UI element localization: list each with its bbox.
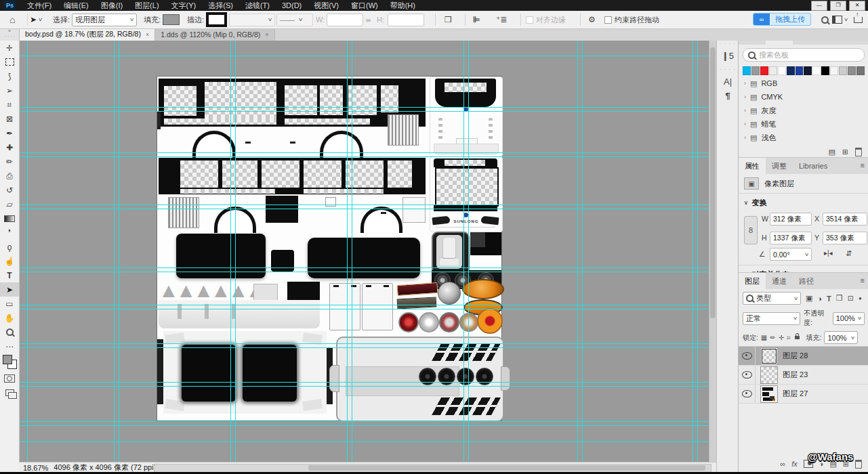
guide-vertical[interactable] (27, 41, 28, 462)
home-icon[interactable]: ⌂ (5, 14, 19, 25)
stroke-type-dropdown[interactable]: ——∨ (276, 14, 313, 26)
y-input[interactable]: 353 像素 (823, 232, 867, 244)
filter-toggle-icon[interactable]: ● (859, 295, 862, 301)
swatch[interactable] (812, 66, 821, 75)
align-edges-checkbox[interactable] (526, 16, 533, 24)
layer-row-23[interactable]: 图层 23 (739, 366, 868, 385)
constrain-link-icon[interactable]: 8 (744, 216, 758, 244)
guide-horizontal[interactable] (19, 156, 716, 157)
menu-help[interactable]: 帮助(H) (384, 0, 421, 11)
minimize-button[interactable]: — (811, 1, 827, 11)
guide-horizontal[interactable] (19, 111, 716, 112)
x-input[interactable]: 3514 像素 (823, 213, 867, 225)
restore-button[interactable]: ❐ (830, 1, 846, 11)
menu-window[interactable]: 窗口(W) (345, 0, 384, 11)
foreground-background-swatches[interactable] (0, 353, 19, 371)
guide-vertical[interactable] (119, 41, 119, 462)
flip-vertical-icon[interactable]: ⇵ (846, 249, 852, 258)
share-icon[interactable] (854, 17, 863, 23)
guide-horizontal[interactable] (19, 305, 716, 305)
guide-vertical[interactable] (347, 41, 348, 462)
vertical-scrollbar-thumb[interactable] (710, 47, 716, 318)
guide-horizontal[interactable] (19, 425, 716, 426)
filter-pixel-icon[interactable]: ▣ (806, 294, 812, 303)
guide-vertical[interactable] (235, 41, 236, 462)
lock-position-icon[interactable]: ✛ (779, 334, 784, 341)
layer-thumbnail[interactable] (760, 366, 778, 384)
layer-row-27[interactable]: 图层 27 (739, 385, 868, 404)
lock-all-icon[interactable] (795, 336, 800, 339)
opacity-dropdown[interactable]: 100%∨ (833, 312, 865, 325)
layer-thumbnail[interactable] (760, 347, 778, 365)
swatch[interactable] (787, 66, 795, 75)
expand-icon[interactable]: ∨ (744, 200, 748, 206)
layer-row-28[interactable]: 图层 28 (739, 347, 868, 366)
menu-layer[interactable]: 图层(L) (129, 0, 165, 11)
menu-3d[interactable]: 3D(D) (276, 0, 308, 11)
eyedropper-tool[interactable]: ✒ (0, 126, 19, 140)
guide-vertical[interactable] (114, 41, 115, 462)
swatch[interactable] (856, 66, 865, 75)
blend-mode-dropdown[interactable]: 正常∨ (743, 312, 800, 325)
guide-vertical[interactable] (697, 41, 698, 462)
tab-body-psd[interactable]: body.psd @ 18.7% (图层 28, RGB/8) × (20, 28, 155, 41)
swatch-group-rgb[interactable]: ›▤RGB (739, 77, 868, 90)
swatch[interactable] (821, 66, 829, 75)
cloud-upload-badge[interactable]: ∞ 拖拽上传 (753, 13, 811, 26)
layer-thumbnail[interactable] (760, 385, 778, 403)
gear-icon[interactable]: ⚙ (584, 15, 600, 24)
guide-horizontal[interactable] (19, 204, 716, 205)
search-icon[interactable] (821, 16, 829, 24)
layer-name[interactable]: 图层 27 (783, 389, 808, 399)
fill-dropdown[interactable]: 100%∨ (824, 331, 858, 344)
move-tool[interactable]: ✛ (0, 41, 19, 55)
constrain-path-checkbox[interactable] (604, 16, 612, 24)
layer-filter-dropdown[interactable]: 类型∨ (743, 292, 801, 305)
object-selection-tool[interactable]: ➢ (0, 83, 19, 98)
zoom-tool[interactable] (0, 325, 19, 339)
guide-horizontal[interactable] (19, 309, 716, 309)
visibility-toggle[interactable] (739, 366, 756, 384)
swatch[interactable] (769, 66, 777, 75)
width-input[interactable] (327, 14, 363, 26)
swatch[interactable] (743, 66, 751, 75)
brush-settings-panel-icon[interactable]: ❙5 (717, 51, 739, 61)
chevron-down-icon[interactable]: ∨ (38, 17, 43, 22)
tab-properties[interactable]: 属性 (739, 158, 766, 174)
link-dimensions-icon[interactable]: ∞ (366, 16, 371, 24)
filter-smart-icon[interactable]: ⊡ (848, 294, 854, 303)
guide-vertical[interactable] (352, 41, 352, 462)
filter-adjustment-icon[interactable]: ◑ (817, 295, 822, 303)
menu-image[interactable]: 图像(I) (95, 0, 129, 11)
brush-tool[interactable]: ✏ (0, 154, 19, 169)
toolbar-ellipsis[interactable]: ⋯ (0, 339, 19, 353)
layer-effects-icon[interactable]: fx (791, 460, 798, 468)
tab-channels[interactable]: 通道 (766, 273, 793, 289)
filter-shape-icon[interactable]: ❒ (836, 294, 843, 303)
type-tool[interactable]: T (0, 268, 19, 282)
texture-document[interactable]: SUNLONG ▲▲▲▲▲▲▲▲▲▲▲ (157, 77, 501, 421)
align-button[interactable]: ❒ (440, 15, 456, 24)
new-swatch-icon[interactable]: ⊞ (842, 148, 848, 156)
guide-horizontal[interactable] (19, 152, 716, 153)
guide-vertical[interactable] (577, 41, 578, 462)
menu-edit[interactable]: 编辑(E) (58, 0, 95, 11)
rectangle-tool[interactable]: ▭ (0, 297, 19, 311)
swatch-group-cmyk[interactable]: ›▤CMYK (739, 90, 868, 104)
workspace-icon[interactable] (832, 16, 842, 24)
hand-tool[interactable]: ✋ (0, 311, 19, 325)
guide-horizontal[interactable] (19, 382, 716, 383)
eraser-tool[interactable]: ▱ (0, 197, 19, 211)
guide-horizontal[interactable] (19, 343, 716, 344)
healing-brush-tool[interactable]: ✚ (0, 140, 19, 154)
lock-transparency-icon[interactable]: ▦ (761, 334, 767, 341)
menu-file[interactable]: 文件(F) (21, 0, 58, 11)
paragraph-panel-icon[interactable]: ¶ (717, 91, 739, 101)
angle-input[interactable]: 0.00°∨ (770, 248, 812, 261)
swatch-group-light[interactable]: ›▤浅色 (739, 131, 868, 144)
tab-adjustments[interactable]: 调整 (766, 158, 793, 174)
tab-1-dds[interactable]: 1.dds @ 1120% (Mip 0, RGB/8) × (155, 28, 274, 41)
guide-horizontal[interactable] (19, 209, 716, 209)
menu-type[interactable]: 文字(Y) (165, 0, 203, 11)
gradient-tool[interactable] (0, 211, 19, 225)
